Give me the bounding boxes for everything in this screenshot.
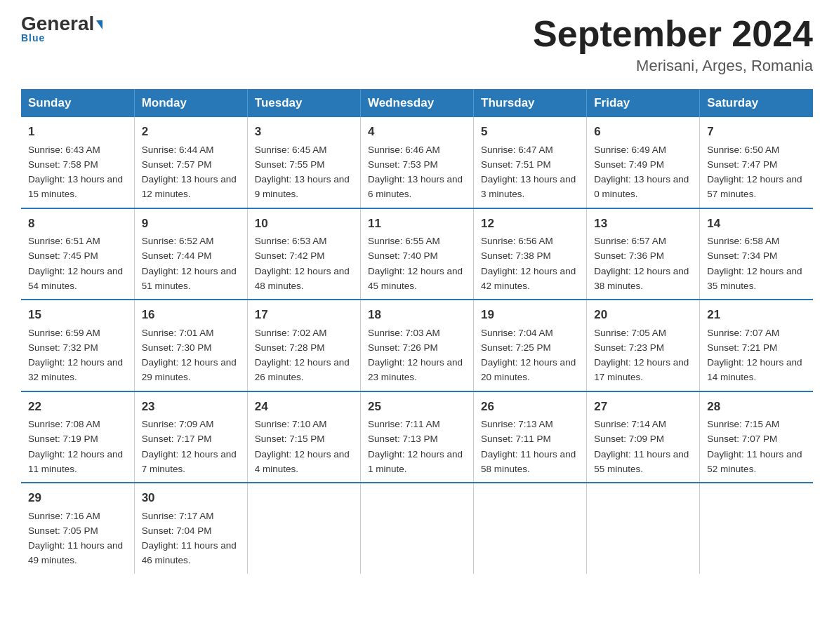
day-info: Sunrise: 7:01 AMSunset: 7:30 PMDaylight:… [142,328,237,383]
day-info: Sunrise: 7:16 AMSunset: 7:05 PMDaylight:… [28,511,123,566]
calendar-subtitle: Merisani, Arges, Romania [533,57,813,75]
day-cell: 4Sunrise: 6:46 AMSunset: 7:53 PMDaylight… [360,117,473,208]
day-number: 17 [255,306,353,324]
day-number: 1 [28,123,127,141]
logo: General Blue [21,14,102,43]
day-number: 27 [594,398,692,416]
day-info: Sunrise: 7:07 AMSunset: 7:21 PMDaylight:… [707,328,802,383]
day-info: Sunrise: 6:58 AMSunset: 7:34 PMDaylight:… [707,236,802,291]
day-info: Sunrise: 6:52 AMSunset: 7:44 PMDaylight:… [142,236,237,291]
day-number: 23 [142,398,240,416]
page-wrapper: General Blue September 2024 Merisani, Ar… [0,0,834,588]
day-info: Sunrise: 6:51 AMSunset: 7:45 PMDaylight:… [28,236,123,291]
day-number: 22 [28,398,127,416]
day-cell: 2Sunrise: 6:44 AMSunset: 7:57 PMDaylight… [134,117,247,208]
day-cell: 26Sunrise: 7:13 AMSunset: 7:11 PMDayligh… [474,391,587,483]
day-info: Sunrise: 7:11 AMSunset: 7:13 PMDaylight:… [368,419,463,474]
day-number: 3 [255,123,353,141]
day-info: Sunrise: 7:13 AMSunset: 7:11 PMDaylight:… [481,419,576,474]
col-sunday: Sunday [21,89,134,117]
day-cell: 20Sunrise: 7:05 AMSunset: 7:23 PMDayligh… [587,300,700,391]
day-number: 28 [707,398,806,416]
day-cell [360,483,473,574]
col-wednesday: Wednesday [360,89,473,117]
week-row-5: 29Sunrise: 7:16 AMSunset: 7:05 PMDayligh… [21,483,813,574]
logo-blue-line: Blue [21,32,45,43]
col-monday: Monday [134,89,247,117]
day-number: 21 [707,306,806,324]
day-info: Sunrise: 7:09 AMSunset: 7:17 PMDaylight:… [142,419,237,474]
day-info: Sunrise: 7:14 AMSunset: 7:09 PMDaylight:… [594,419,689,474]
day-cell: 15Sunrise: 6:59 AMSunset: 7:32 PMDayligh… [21,300,134,391]
day-number: 26 [481,398,579,416]
day-cell: 7Sunrise: 6:50 AMSunset: 7:47 PMDaylight… [700,117,813,208]
day-number: 25 [368,398,466,416]
week-row-3: 15Sunrise: 6:59 AMSunset: 7:32 PMDayligh… [21,300,813,391]
day-cell: 11Sunrise: 6:55 AMSunset: 7:40 PMDayligh… [360,208,473,300]
day-cell: 23Sunrise: 7:09 AMSunset: 7:17 PMDayligh… [134,391,247,483]
day-cell: 8Sunrise: 6:51 AMSunset: 7:45 PMDaylight… [21,208,134,300]
day-info: Sunrise: 7:17 AMSunset: 7:04 PMDaylight:… [142,511,237,566]
day-number: 8 [28,215,127,233]
day-cell: 1Sunrise: 6:43 AMSunset: 7:58 PMDaylight… [21,117,134,208]
day-cell: 3Sunrise: 6:45 AMSunset: 7:55 PMDaylight… [247,117,360,208]
day-number: 14 [707,215,806,233]
day-info: Sunrise: 6:47 AMSunset: 7:51 PMDaylight:… [481,145,576,200]
day-info: Sunrise: 6:43 AMSunset: 7:58 PMDaylight:… [28,145,123,200]
day-cell: 5Sunrise: 6:47 AMSunset: 7:51 PMDaylight… [474,117,587,208]
day-info: Sunrise: 7:08 AMSunset: 7:19 PMDaylight:… [28,419,123,474]
day-number: 30 [142,489,240,507]
day-info: Sunrise: 6:55 AMSunset: 7:40 PMDaylight:… [368,236,463,291]
day-info: Sunrise: 7:04 AMSunset: 7:25 PMDaylight:… [481,328,576,383]
day-cell: 17Sunrise: 7:02 AMSunset: 7:28 PMDayligh… [247,300,360,391]
day-number: 7 [707,123,806,141]
day-cell: 24Sunrise: 7:10 AMSunset: 7:15 PMDayligh… [247,391,360,483]
day-number: 15 [28,306,127,324]
day-info: Sunrise: 7:15 AMSunset: 7:07 PMDaylight:… [707,419,802,474]
week-row-4: 22Sunrise: 7:08 AMSunset: 7:19 PMDayligh… [21,391,813,483]
day-info: Sunrise: 6:53 AMSunset: 7:42 PMDaylight:… [255,236,350,291]
day-cell [700,483,813,574]
day-number: 13 [594,215,692,233]
logo-text: General [21,14,102,34]
day-cell: 18Sunrise: 7:03 AMSunset: 7:26 PMDayligh… [360,300,473,391]
col-friday: Friday [587,89,700,117]
day-cell: 13Sunrise: 6:57 AMSunset: 7:36 PMDayligh… [587,208,700,300]
day-cell: 6Sunrise: 6:49 AMSunset: 7:49 PMDaylight… [587,117,700,208]
day-number: 24 [255,398,353,416]
day-info: Sunrise: 6:57 AMSunset: 7:36 PMDaylight:… [594,236,689,291]
day-info: Sunrise: 7:03 AMSunset: 7:26 PMDaylight:… [368,328,463,383]
day-info: Sunrise: 6:59 AMSunset: 7:32 PMDaylight:… [28,328,123,383]
day-info: Sunrise: 7:05 AMSunset: 7:23 PMDaylight:… [594,328,689,383]
day-number: 11 [368,215,466,233]
day-info: Sunrise: 6:49 AMSunset: 7:49 PMDaylight:… [594,145,689,200]
day-cell [247,483,360,574]
day-cell: 27Sunrise: 7:14 AMSunset: 7:09 PMDayligh… [587,391,700,483]
day-info: Sunrise: 7:10 AMSunset: 7:15 PMDaylight:… [255,419,350,474]
day-number: 6 [594,123,692,141]
day-number: 16 [142,306,240,324]
day-cell: 10Sunrise: 6:53 AMSunset: 7:42 PMDayligh… [247,208,360,300]
day-cell: 12Sunrise: 6:56 AMSunset: 7:38 PMDayligh… [474,208,587,300]
day-info: Sunrise: 6:50 AMSunset: 7:47 PMDaylight:… [707,145,802,200]
day-cell: 14Sunrise: 6:58 AMSunset: 7:34 PMDayligh… [700,208,813,300]
day-number: 5 [481,123,579,141]
day-cell: 19Sunrise: 7:04 AMSunset: 7:25 PMDayligh… [474,300,587,391]
day-number: 4 [368,123,466,141]
week-row-1: 1Sunrise: 6:43 AMSunset: 7:58 PMDaylight… [21,117,813,208]
day-cell: 16Sunrise: 7:01 AMSunset: 7:30 PMDayligh… [134,300,247,391]
day-number: 12 [481,215,579,233]
day-cell: 28Sunrise: 7:15 AMSunset: 7:07 PMDayligh… [700,391,813,483]
day-info: Sunrise: 6:56 AMSunset: 7:38 PMDaylight:… [481,236,576,291]
day-cell: 25Sunrise: 7:11 AMSunset: 7:13 PMDayligh… [360,391,473,483]
header: General Blue September 2024 Merisani, Ar… [21,14,813,75]
day-info: Sunrise: 7:02 AMSunset: 7:28 PMDaylight:… [255,328,350,383]
day-cell [587,483,700,574]
col-saturday: Saturday [700,89,813,117]
day-number: 20 [594,306,692,324]
col-thursday: Thursday [474,89,587,117]
day-info: Sunrise: 6:45 AMSunset: 7:55 PMDaylight:… [255,145,350,200]
week-row-2: 8Sunrise: 6:51 AMSunset: 7:45 PMDaylight… [21,208,813,300]
col-tuesday: Tuesday [247,89,360,117]
title-block: September 2024 Merisani, Arges, Romania [533,14,813,75]
